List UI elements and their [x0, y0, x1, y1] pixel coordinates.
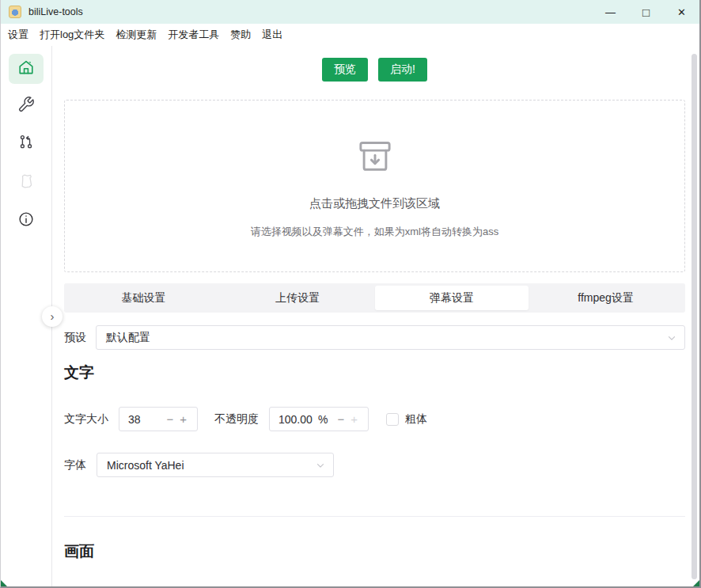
tab-basic-settings[interactable]: 基础设置	[66, 286, 221, 310]
menu-item-settings[interactable]: 设置	[2, 24, 34, 46]
font-size-label: 文字大小	[64, 412, 108, 427]
opacity-label: 不透明度	[214, 412, 259, 427]
home-icon	[17, 58, 36, 80]
sidebar-item-about[interactable]	[9, 206, 44, 236]
opacity-unit: %	[318, 413, 328, 426]
text-controls-row: 文字大小 38 − + 不透明度 100.00 % − + 粗体	[64, 407, 685, 431]
canvas-section-heading: 画面	[64, 541, 685, 562]
text-section-heading: 文字	[64, 362, 685, 383]
opacity-stepper[interactable]: 100.00 % − +	[269, 407, 369, 431]
sidebar-item-clip[interactable]	[9, 169, 44, 199]
action-button-row: 预览 启动!	[64, 58, 685, 82]
sidebar-item-sync[interactable]	[9, 128, 44, 158]
section-divider	[64, 516, 685, 517]
app-window: biliLive-tools — □ ✕ 设置 打开log文件夹 检测更新 开发…	[0, 0, 701, 588]
close-icon[interactable]: ✕	[664, 0, 699, 24]
wrench-icon	[17, 96, 35, 116]
opacity-value: 100.00	[279, 413, 318, 426]
archive-download-icon	[352, 134, 398, 183]
menu-item-exit[interactable]: 退出	[256, 24, 288, 46]
sidebar-expand-button[interactable]: ›	[42, 306, 63, 327]
title-bar: biliLive-tools — □ ✕	[1, 0, 699, 24]
font-family-select[interactable]: Microsoft YaHei	[97, 453, 334, 477]
preset-select[interactable]: 默认配置	[96, 325, 685, 350]
font-family-row: 字体 Microsoft YaHei	[64, 453, 685, 477]
start-button[interactable]: 启动!	[378, 58, 427, 82]
menu-item-devtools[interactable]: 开发者工具	[162, 24, 225, 46]
app-icon	[9, 6, 21, 18]
font-size-stepper[interactable]: 38 − +	[119, 407, 198, 431]
clip-icon	[17, 172, 36, 195]
resize-grip-left[interactable]	[1, 580, 7, 586]
chevron-down-icon	[666, 332, 677, 346]
resize-grip-right[interactable]	[693, 580, 699, 586]
preview-button[interactable]: 预览	[322, 58, 368, 82]
tab-danmu-settings[interactable]: 弹幕设置	[375, 286, 529, 310]
sidebar-item-tools[interactable]	[9, 91, 44, 121]
preset-row: 预设 默认配置	[64, 325, 685, 350]
git-compare-icon	[17, 133, 35, 154]
main-content: 预览 启动! 点击或拖拽文件到该区域 请选择视频以及弹幕文件，如果为xml将自动…	[52, 46, 699, 588]
tab-upload-settings[interactable]: 上传设置	[221, 286, 375, 310]
drop-area-subtitle: 请选择视频以及弹幕文件，如果为xml将自动转换为ass	[251, 225, 498, 239]
minus-icon[interactable]: −	[163, 412, 176, 426]
menu-item-sponsor[interactable]: 赞助	[225, 24, 256, 46]
preset-select-value: 默认配置	[106, 331, 150, 345]
window-title: biliLive-tools	[28, 6, 83, 17]
font-family-label: 字体	[64, 458, 86, 472]
info-icon	[17, 211, 35, 231]
sidebar-item-home[interactable]	[9, 54, 44, 84]
bold-label: 粗体	[405, 412, 427, 427]
bold-checkbox[interactable]	[386, 413, 399, 426]
minus-icon[interactable]: −	[334, 412, 347, 426]
drop-area-title: 点击或拖拽文件到该区域	[309, 196, 440, 211]
maximize-icon[interactable]: □	[628, 0, 664, 24]
font-family-value: Microsoft YaHei	[107, 459, 184, 472]
vertical-scrollbar[interactable]	[692, 54, 697, 579]
plus-icon[interactable]: +	[176, 412, 190, 426]
preset-label: 预设	[64, 331, 86, 345]
settings-tabs: 基础设置 上传设置 弹幕设置 ffmpeg设置	[64, 283, 685, 313]
chevron-down-icon	[315, 460, 326, 473]
menu-item-open-log-folder[interactable]: 打开log文件夹	[34, 24, 110, 46]
window-controls: — □ ✕	[593, 0, 699, 24]
minimize-icon[interactable]: —	[593, 0, 628, 24]
file-drop-area[interactable]: 点击或拖拽文件到该区域 请选择视频以及弹幕文件，如果为xml将自动转换为ass	[64, 100, 685, 272]
tab-ffmpeg-settings[interactable]: ffmpeg设置	[529, 286, 683, 310]
chevron-right-icon: ›	[51, 309, 55, 323]
plus-icon[interactable]: +	[347, 412, 361, 426]
menu-bar: 设置 打开log文件夹 检测更新 开发者工具 赞助 退出	[1, 24, 699, 46]
font-size-value: 38	[128, 413, 163, 426]
menu-item-check-update[interactable]: 检测更新	[110, 24, 162, 46]
